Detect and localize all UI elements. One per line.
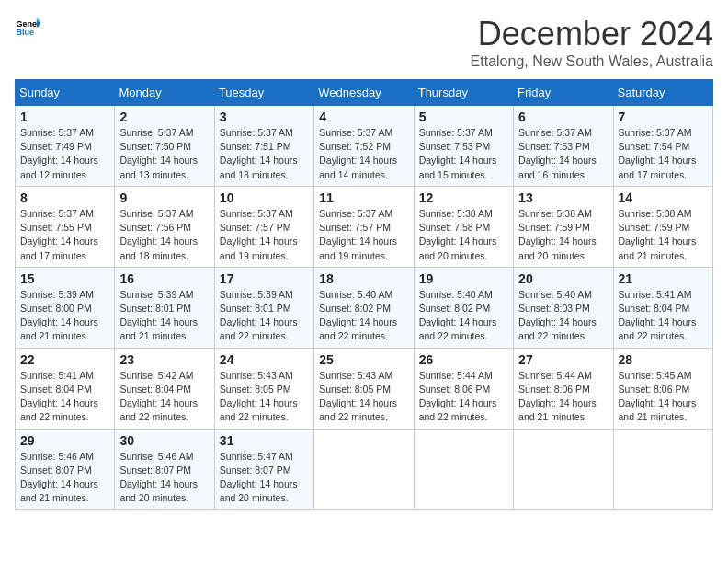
day-info: Sunrise: 5:37 AMSunset: 7:52 PMDaylight:…	[319, 127, 397, 180]
calendar-cell: 31 Sunrise: 5:47 AMSunset: 8:07 PMDaylig…	[214, 429, 313, 510]
day-number: 1	[20, 109, 109, 124]
day-info: Sunrise: 5:46 AMSunset: 8:07 PMDaylight:…	[20, 451, 98, 504]
calendar-cell: 29 Sunrise: 5:46 AMSunset: 8:07 PMDaylig…	[16, 429, 115, 510]
day-number: 5	[419, 109, 508, 124]
calendar-cell: 15 Sunrise: 5:39 AMSunset: 8:00 PMDaylig…	[16, 267, 115, 348]
day-number: 4	[319, 109, 408, 124]
calendar-cell: 7 Sunrise: 5:37 AMSunset: 7:54 PMDayligh…	[613, 106, 712, 187]
header-row: Sunday Monday Tuesday Wednesday Thursday…	[16, 80, 713, 106]
calendar-cell	[314, 429, 414, 510]
calendar-cell: 3 Sunrise: 5:37 AMSunset: 7:51 PMDayligh…	[214, 106, 313, 187]
calendar-week-3: 15 Sunrise: 5:39 AMSunset: 8:00 PMDaylig…	[16, 267, 713, 348]
title-area: December 2024 Ettalong, New South Wales,…	[471, 15, 713, 70]
day-info: Sunrise: 5:37 AMSunset: 7:55 PMDaylight:…	[20, 208, 98, 261]
day-info: Sunrise: 5:40 AMSunset: 8:02 PMDaylight:…	[419, 289, 497, 342]
calendar-cell	[613, 429, 712, 510]
day-info: Sunrise: 5:44 AMSunset: 8:06 PMDaylight:…	[419, 370, 497, 423]
day-info: Sunrise: 5:40 AMSunset: 8:02 PMDaylight:…	[319, 289, 397, 342]
calendar-cell	[414, 429, 513, 510]
day-number: 22	[20, 352, 109, 367]
day-number: 9	[119, 190, 209, 205]
day-info: Sunrise: 5:37 AMSunset: 7:57 PMDaylight:…	[319, 208, 397, 261]
day-number: 3	[220, 109, 309, 124]
day-number: 30	[119, 433, 209, 448]
day-info: Sunrise: 5:41 AMSunset: 8:04 PMDaylight:…	[619, 289, 697, 342]
day-info: Sunrise: 5:40 AMSunset: 8:03 PMDaylight:…	[518, 289, 597, 342]
col-wednesday: Wednesday	[314, 80, 414, 106]
calendar-cell: 20 Sunrise: 5:40 AMSunset: 8:03 PMDaylig…	[514, 267, 613, 348]
day-number: 12	[419, 190, 508, 205]
calendar-cell: 6 Sunrise: 5:37 AMSunset: 7:53 PMDayligh…	[514, 106, 613, 187]
day-number: 20	[518, 271, 608, 286]
calendar-cell: 2 Sunrise: 5:37 AMSunset: 7:50 PMDayligh…	[115, 106, 214, 187]
day-number: 17	[220, 271, 309, 286]
calendar-cell: 12 Sunrise: 5:38 AMSunset: 7:58 PMDaylig…	[414, 186, 513, 267]
calendar-cell: 9 Sunrise: 5:37 AMSunset: 7:56 PMDayligh…	[115, 186, 214, 267]
day-info: Sunrise: 5:37 AMSunset: 7:50 PMDaylight:…	[119, 127, 198, 180]
day-info: Sunrise: 5:38 AMSunset: 7:59 PMDaylight:…	[619, 208, 697, 261]
calendar-week-4: 22 Sunrise: 5:41 AMSunset: 8:04 PMDaylig…	[16, 348, 713, 429]
day-number: 7	[619, 109, 708, 124]
day-info: Sunrise: 5:37 AMSunset: 7:57 PMDaylight:…	[220, 208, 298, 261]
day-info: Sunrise: 5:43 AMSunset: 8:05 PMDaylight:…	[319, 370, 397, 423]
day-info: Sunrise: 5:42 AMSunset: 8:04 PMDaylight:…	[119, 370, 198, 423]
day-info: Sunrise: 5:39 AMSunset: 8:00 PMDaylight:…	[20, 289, 98, 342]
day-number: 6	[518, 109, 608, 124]
day-info: Sunrise: 5:37 AMSunset: 7:54 PMDaylight:…	[619, 127, 697, 180]
day-info: Sunrise: 5:37 AMSunset: 7:49 PMDaylight:…	[20, 127, 98, 180]
col-tuesday: Tuesday	[214, 80, 313, 106]
day-info: Sunrise: 5:39 AMSunset: 8:01 PMDaylight:…	[220, 289, 298, 342]
day-info: Sunrise: 5:45 AMSunset: 8:06 PMDaylight:…	[619, 370, 697, 423]
calendar-cell: 11 Sunrise: 5:37 AMSunset: 7:57 PMDaylig…	[314, 186, 414, 267]
calendar-cell: 23 Sunrise: 5:42 AMSunset: 8:04 PMDaylig…	[115, 348, 214, 429]
calendar-cell: 4 Sunrise: 5:37 AMSunset: 7:52 PMDayligh…	[314, 106, 414, 187]
day-number: 13	[518, 190, 608, 205]
day-info: Sunrise: 5:37 AMSunset: 7:53 PMDaylight:…	[518, 127, 597, 180]
day-info: Sunrise: 5:47 AMSunset: 8:07 PMDaylight:…	[220, 451, 298, 504]
calendar-cell: 16 Sunrise: 5:39 AMSunset: 8:01 PMDaylig…	[115, 267, 214, 348]
calendar-cell: 10 Sunrise: 5:37 AMSunset: 7:57 PMDaylig…	[214, 186, 313, 267]
calendar-cell: 5 Sunrise: 5:37 AMSunset: 7:53 PMDayligh…	[414, 106, 513, 187]
day-info: Sunrise: 5:37 AMSunset: 7:51 PMDaylight:…	[220, 127, 298, 180]
day-number: 19	[419, 271, 508, 286]
day-number: 24	[220, 352, 309, 367]
day-number: 10	[220, 190, 309, 205]
col-saturday: Saturday	[613, 80, 712, 106]
calendar-cell: 17 Sunrise: 5:39 AMSunset: 8:01 PMDaylig…	[214, 267, 313, 348]
calendar-table: Sunday Monday Tuesday Wednesday Thursday…	[15, 79, 713, 510]
day-number: 18	[319, 271, 408, 286]
logo: General Blue	[15, 15, 40, 40]
calendar-subtitle: Ettalong, New South Wales, Australia	[471, 53, 713, 70]
calendar-cell: 13 Sunrise: 5:38 AMSunset: 7:59 PMDaylig…	[514, 186, 613, 267]
svg-text:Blue: Blue	[16, 28, 34, 37]
day-number: 25	[319, 352, 408, 367]
day-number: 29	[20, 433, 109, 448]
day-number: 26	[419, 352, 508, 367]
day-number: 21	[619, 271, 708, 286]
day-info: Sunrise: 5:37 AMSunset: 7:53 PMDaylight:…	[419, 127, 497, 180]
col-sunday: Sunday	[16, 80, 115, 106]
day-number: 27	[518, 352, 608, 367]
day-info: Sunrise: 5:39 AMSunset: 8:01 PMDaylight:…	[119, 289, 198, 342]
calendar-title: December 2024	[471, 15, 713, 53]
calendar-cell: 21 Sunrise: 5:41 AMSunset: 8:04 PMDaylig…	[613, 267, 712, 348]
day-info: Sunrise: 5:44 AMSunset: 8:06 PMDaylight:…	[518, 370, 597, 423]
day-info: Sunrise: 5:37 AMSunset: 7:56 PMDaylight:…	[119, 208, 198, 261]
calendar-cell: 22 Sunrise: 5:41 AMSunset: 8:04 PMDaylig…	[16, 348, 115, 429]
day-info: Sunrise: 5:41 AMSunset: 8:04 PMDaylight:…	[20, 370, 98, 423]
logo-icon: General Blue	[15, 15, 40, 40]
calendar-cell: 1 Sunrise: 5:37 AMSunset: 7:49 PMDayligh…	[16, 106, 115, 187]
day-info: Sunrise: 5:38 AMSunset: 7:59 PMDaylight:…	[518, 208, 597, 261]
day-number: 15	[20, 271, 109, 286]
calendar-cell: 25 Sunrise: 5:43 AMSunset: 8:05 PMDaylig…	[314, 348, 414, 429]
calendar-cell	[514, 429, 613, 510]
col-monday: Monday	[115, 80, 214, 106]
day-number: 8	[20, 190, 109, 205]
calendar-cell: 28 Sunrise: 5:45 AMSunset: 8:06 PMDaylig…	[613, 348, 712, 429]
day-info: Sunrise: 5:43 AMSunset: 8:05 PMDaylight:…	[220, 370, 298, 423]
calendar-week-2: 8 Sunrise: 5:37 AMSunset: 7:55 PMDayligh…	[16, 186, 713, 267]
calendar-cell: 18 Sunrise: 5:40 AMSunset: 8:02 PMDaylig…	[314, 267, 414, 348]
calendar-cell: 26 Sunrise: 5:44 AMSunset: 8:06 PMDaylig…	[414, 348, 513, 429]
calendar-cell: 8 Sunrise: 5:37 AMSunset: 7:55 PMDayligh…	[16, 186, 115, 267]
day-number: 14	[619, 190, 708, 205]
